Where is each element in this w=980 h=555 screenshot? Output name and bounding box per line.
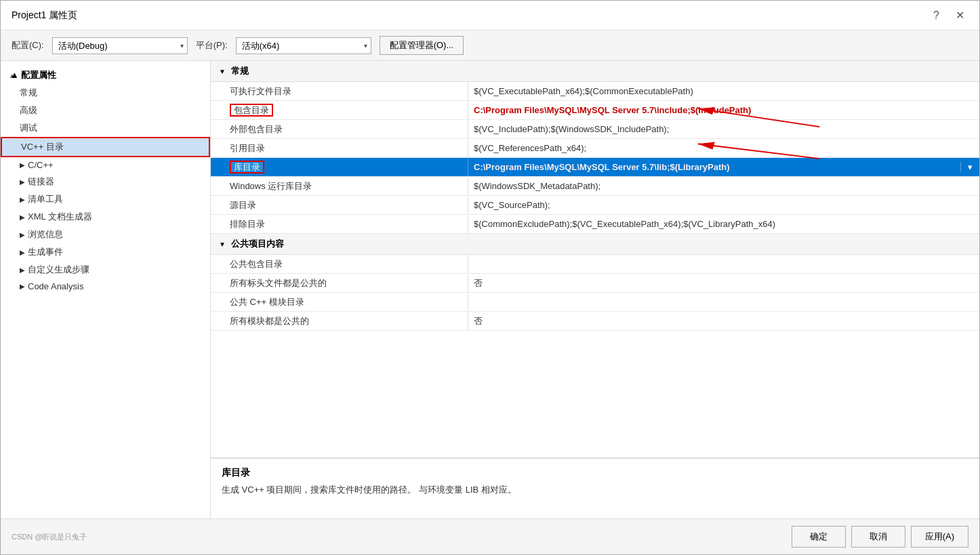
section-header-general[interactable]: ▼ 常规 [211, 61, 979, 82]
prop-name-exclude-dir: 排除目录 [211, 215, 468, 233]
row-executable-dir[interactable]: 可执行文件目录 $(VC_ExecutablePath_x64);$(Commo… [211, 82, 979, 101]
sidebar-item-browse[interactable]: ▶ 浏览信息 [1, 226, 210, 243]
prop-name-source-dir: 源目录 [211, 197, 468, 214]
prop-value-ref-dir: $(VC_ReferencesPath_x64); [468, 140, 979, 156]
prop-name-ref-dir: 引用目录 [211, 140, 468, 157]
sidebar-item-manifest[interactable]: ▶ 清单工具 [1, 190, 210, 208]
row-winrt-dir[interactable]: Windows 运行库目录 $(WindowsSDK_MetadataPath)… [211, 177, 979, 196]
sidebar-item-build-events[interactable]: ▶ 生成事件 [1, 243, 210, 261]
config-manager-button[interactable]: 配置管理器(O)... [380, 36, 464, 55]
prop-name-executable-dir: 可执行文件目录 [211, 83, 468, 100]
section-header-public[interactable]: ▼ 公共项目内容 [211, 234, 979, 255]
prop-name-include-dir: 包含目录 [211, 102, 468, 119]
main-panel-wrapper: ▼ 常规 可执行文件目录 $(VC_ExecutablePath_x64);$(… [211, 61, 979, 518]
lib-dir-dropdown-arrow[interactable]: ▾ [960, 162, 979, 172]
sidebar-item-debug[interactable]: 调试 [1, 119, 210, 137]
help-button[interactable]: ? [929, 7, 943, 23]
manifest-label: 清单工具 [28, 193, 63, 205]
sidebar-section-title[interactable]: ▲ ▲ 配置属性 [1, 66, 210, 84]
prop-name-external-include-dir: 外部包含目录 [211, 121, 468, 138]
code-analysis-label: Code Analysis [28, 281, 83, 291]
sidebar-item-code-analysis[interactable]: ▶ Code Analysis [1, 279, 210, 294]
close-button[interactable]: ✕ [952, 7, 968, 23]
prop-table: ▼ 常规 可执行文件目录 $(VC_ExecutablePath_x64);$(… [211, 61, 979, 457]
cpp-label: C/C++ [28, 160, 54, 170]
main-panel: ▼ 常规 可执行文件目录 $(VC_ExecutablePath_x64);$(… [211, 61, 979, 518]
lib-dir-boxed-label: 库目录 [230, 161, 264, 173]
browse-label: 浏览信息 [28, 228, 63, 241]
linker-label: 链接器 [28, 176, 54, 188]
code-analysis-expand-arrow: ▶ [20, 283, 25, 290]
build-events-expand-arrow: ▶ [20, 249, 25, 256]
title-bar: Project1 属性页 ? ✕ [1, 1, 979, 30]
apply-button[interactable]: 应用(A) [911, 526, 968, 548]
footer: CSDN @听说是只兔子 确定 取消 应用(A) [1, 518, 979, 554]
row-all-headers-public[interactable]: 所有标头文件都是公共的 否 [211, 274, 979, 293]
row-source-dir[interactable]: 源目录 $(VC_SourcePath); [211, 196, 979, 215]
config-select-wrapper: 活动(Debug) ▾ [52, 37, 188, 54]
prop-name-public-cpp-module: 公共 C++ 模块目录 [211, 293, 468, 311]
dialog: Project1 属性页 ? ✕ 配置(C): 活动(Debug) ▾ 平台(P… [0, 0, 980, 555]
sidebar-item-custom-build[interactable]: ▶ 自定义生成步骤 [1, 261, 210, 279]
watermark: CSDN @听说是只兔子 [12, 532, 87, 542]
sidebar: ▲ ▲ 配置属性 常规 高级 调试 VC++ 目录 ▶ C/C++ ▶ 链接器 … [1, 61, 211, 518]
row-lib-dir[interactable]: 库目录 C:\Program Files\MySQL\MySQL Server … [211, 158, 979, 177]
title-controls: ? ✕ [929, 7, 968, 23]
linker-expand-arrow: ▶ [20, 178, 25, 186]
platform-select-wrapper: 活动(x64) ▾ [236, 37, 371, 54]
config-label: 配置(C): [12, 39, 44, 52]
sidebar-item-general[interactable]: 常规 [1, 84, 210, 102]
platform-label: 平台(P): [196, 39, 228, 52]
platform-select[interactable]: 活动(x64) [236, 37, 371, 54]
description-text: 生成 VC++ 项目期间，搜索库文件时使用的路径。 与环境变量 LIB 相对应。 [222, 483, 968, 497]
include-dir-boxed-label: 包含目录 [230, 104, 273, 117]
prop-value-exclude-dir: $(CommonExcludePath);$(VC_ExecutablePath… [468, 216, 979, 232]
xml-expand-arrow: ▶ [20, 213, 25, 221]
sidebar-item-advanced[interactable]: 高级 [1, 102, 210, 119]
prop-name-lib-dir: 库目录 [211, 159, 468, 176]
toolbar: 配置(C): 活动(Debug) ▾ 平台(P): 活动(x64) ▾ 配置管理… [1, 30, 979, 61]
custom-build-label: 自定义生成步骤 [28, 264, 89, 276]
prop-value-winrt-dir: $(WindowsSDK_MetadataPath); [468, 178, 979, 194]
custom-build-expand-arrow: ▶ [20, 266, 25, 274]
prop-name-all-modules-public: 所有模块都是公共的 [211, 312, 468, 330]
prop-value-all-headers-public: 否 [468, 274, 979, 292]
section-general-title: 常规 [231, 65, 249, 77]
prop-value-source-dir: $(VC_SourcePath); [468, 197, 979, 213]
sidebar-item-vc-dirs[interactable]: VC++ 目录 [1, 137, 210, 157]
cpp-expand-arrow: ▶ [20, 161, 25, 169]
prop-value-public-include [468, 262, 979, 267]
dialog-title: Project1 属性页 [12, 9, 77, 22]
prop-name-public-include: 公共包含目录 [211, 255, 468, 273]
row-public-include[interactable]: 公共包含目录 [211, 255, 979, 274]
prop-name-all-headers-public: 所有标头文件都是公共的 [211, 274, 468, 292]
config-select[interactable]: 活动(Debug) [52, 37, 188, 54]
row-include-dir[interactable]: 包含目录 C:\Program Files\MySQL\MySQL Server… [211, 101, 979, 120]
section-general-arrow: ▼ [219, 68, 226, 75]
prop-value-include-dir: C:\Program Files\MySQL\MySQL Server 5.7\… [468, 102, 979, 118]
row-ref-dir[interactable]: 引用目录 $(VC_ReferencesPath_x64); [211, 139, 979, 158]
prop-value-public-cpp-module [468, 300, 979, 305]
sidebar-item-linker[interactable]: ▶ 链接器 [1, 173, 210, 190]
prop-value-all-modules-public: 否 [468, 312, 979, 330]
description-bar: 库目录 生成 VC++ 项目期间，搜索库文件时使用的路径。 与环境变量 LIB … [211, 457, 979, 518]
section-public-arrow: ▼ [219, 241, 226, 248]
row-all-modules-public[interactable]: 所有模块都是公共的 否 [211, 312, 979, 331]
prop-name-winrt-dir: Windows 运行库目录 [211, 178, 468, 195]
description-title: 库目录 [222, 467, 968, 479]
prop-value-executable-dir: $(VC_ExecutablePath_x64);$(CommonExecuta… [468, 83, 979, 99]
row-external-include-dir[interactable]: 外部包含目录 $(VC_IncludePath);$(WindowsSDK_In… [211, 120, 979, 139]
xml-label: XML 文档生成器 [28, 211, 92, 223]
ok-button[interactable]: 确定 [792, 526, 846, 548]
cancel-button[interactable]: 取消 [851, 526, 905, 548]
prop-value-lib-dir: C:\Program Files\MySQL\MySQL Server 5.7\… [468, 159, 960, 175]
row-exclude-dir[interactable]: 排除目录 $(CommonExcludePath);$(VC_Executabl… [211, 215, 979, 234]
row-public-cpp-module[interactable]: 公共 C++ 模块目录 [211, 293, 979, 312]
section-public-title: 公共项目内容 [231, 238, 284, 250]
sidebar-item-xml[interactable]: ▶ XML 文档生成器 [1, 208, 210, 226]
build-events-label: 生成事件 [28, 246, 63, 258]
sidebar-item-cpp[interactable]: ▶ C/C++ [1, 157, 210, 173]
prop-value-external-include-dir: $(VC_IncludePath);$(WindowsSDK_IncludePa… [468, 121, 979, 137]
browse-expand-arrow: ▶ [20, 231, 25, 239]
content-area: ▲ ▲ 配置属性 常规 高级 调试 VC++ 目录 ▶ C/C++ ▶ 链接器 … [1, 61, 979, 518]
